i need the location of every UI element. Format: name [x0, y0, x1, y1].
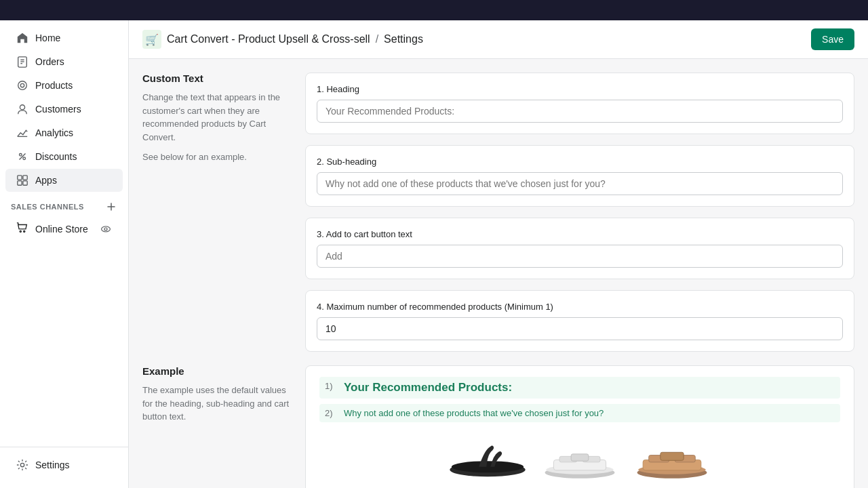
subheading-label: 2. Sub-heading — [317, 157, 843, 167]
settings-icon — [16, 459, 28, 471]
sidebar-bottom: Settings — [0, 447, 128, 483]
svg-point-5 — [20, 83, 24, 87]
example-section: Example The example uses the default val… — [142, 365, 854, 488]
svg-point-16 — [24, 230, 25, 232]
svg-point-17 — [102, 226, 111, 232]
sidebar-item-label: Analytics — [35, 127, 73, 138]
svg-point-18 — [104, 228, 107, 230]
example-subheading-num: 2) — [325, 408, 338, 418]
heading-input[interactable] — [317, 100, 843, 123]
sidebar-item-label: Settings — [35, 460, 70, 470]
sidebar-item-customers[interactable]: Customers — [5, 98, 123, 121]
online-store-label: Online Store — [35, 224, 88, 235]
max-products-card: 4. Maximum number of recommended product… — [305, 290, 854, 352]
shoe-1 — [447, 436, 528, 483]
content-area: Custom Text Change the text that appears… — [129, 59, 868, 488]
sidebar-item-analytics[interactable]: Analytics — [5, 121, 123, 144]
shoe-3 — [631, 436, 713, 483]
sidebar: Home Orders Products Custo — [0, 20, 129, 488]
breadcrumb-separator: / — [376, 33, 378, 45]
max-products-label: 4. Maximum number of recommended product… — [317, 302, 843, 312]
customers-icon — [16, 103, 28, 115]
example-subheading-row: 2) Why not add one of these products tha… — [319, 404, 840, 422]
subheading-card: 2. Sub-heading — [305, 145, 854, 207]
svg-rect-11 — [18, 176, 22, 180]
add-to-cart-input[interactable] — [317, 245, 843, 268]
svg-rect-12 — [23, 176, 27, 180]
home-icon — [16, 32, 28, 44]
svg-rect-27 — [571, 454, 589, 461]
svg-rect-33 — [660, 452, 684, 460]
add-to-cart-card: 3. Add to cart button text — [305, 218, 854, 279]
apps-icon — [16, 174, 28, 186]
breadcrumb-link[interactable]: Cart Convert - Product Upsell & Cross-se… — [167, 33, 370, 45]
example-heading-text: Your Recommended Products: — [344, 381, 512, 394]
example-description: Example The example uses the default val… — [142, 365, 292, 488]
sidebar-item-label: Home — [35, 33, 60, 43]
svg-line-10 — [20, 154, 26, 160]
sidebar-item-label: Products — [35, 80, 73, 91]
top-bar — [0, 0, 868, 20]
svg-point-6 — [20, 105, 24, 110]
analytics-icon — [16, 127, 28, 139]
custom-text-description: Custom Text Change the text that appears… — [142, 73, 292, 352]
online-store-icon — [16, 222, 28, 236]
breadcrumb: Cart Convert - Product Upsell & Cross-se… — [167, 33, 423, 45]
orders-icon — [16, 56, 28, 68]
example-title: Example — [142, 365, 292, 377]
heading-card: 1. Heading — [305, 73, 854, 134]
see-below-text: See below for an example. — [142, 152, 292, 162]
example-preview-card: 1) Your Recommended Products: 2) Why not… — [305, 365, 854, 488]
sidebar-item-orders[interactable]: Orders — [5, 50, 123, 73]
sidebar-item-label: Apps — [35, 175, 57, 186]
svg-rect-13 — [18, 181, 22, 185]
sidebar-item-label: Orders — [35, 56, 64, 67]
save-button[interactable]: Save — [811, 28, 854, 50]
add-to-cart-label: 3. Add to cart button text — [317, 229, 843, 239]
breadcrumb-current: Settings — [384, 33, 423, 45]
sidebar-nav: Home Orders Products Custo — [0, 26, 128, 192]
shoe-2 — [539, 436, 620, 483]
discounts-icon — [16, 150, 28, 163]
svg-point-21 — [452, 461, 524, 472]
custom-text-title: Custom Text — [142, 73, 292, 84]
sidebar-item-products[interactable]: Products — [5, 74, 123, 97]
subheading-input[interactable] — [317, 172, 843, 195]
sidebar-item-settings[interactable]: Settings — [5, 453, 123, 476]
eye-icon[interactable] — [100, 223, 112, 235]
shoes-row — [319, 436, 840, 483]
example-heading-row: 1) Your Recommended Products: — [319, 377, 840, 399]
svg-point-4 — [18, 81, 27, 90]
app-icon: 🛒 — [142, 30, 161, 49]
sidebar-item-label: Customers — [35, 104, 81, 115]
svg-point-15 — [20, 230, 21, 232]
heading-label: 1. Heading — [317, 84, 843, 94]
example-subheading-text: Why not add one of these products that w… — [344, 408, 604, 418]
custom-text-form: 1. Heading 2. Sub-heading 3. Add to cart… — [305, 73, 854, 352]
products-icon — [16, 79, 28, 92]
custom-text-section: Custom Text Change the text that appears… — [142, 73, 854, 352]
custom-text-desc: Change the text that appears in the cust… — [142, 91, 292, 144]
svg-rect-14 — [23, 181, 27, 185]
sidebar-item-discounts[interactable]: Discounts — [5, 145, 123, 168]
sections-container: Custom Text Change the text that appears… — [142, 73, 854, 474]
sidebar-item-online-store[interactable]: Online Store — [5, 216, 123, 241]
sales-channels-label: SALES CHANNELS — [0, 192, 128, 216]
sidebar-item-home[interactable]: Home — [5, 26, 123, 49]
sidebar-item-label: Discounts — [35, 151, 77, 162]
add-sales-channel-icon[interactable] — [105, 201, 117, 213]
sidebar-item-apps[interactable]: Apps — [5, 169, 123, 192]
example-heading-num: 1) — [325, 381, 338, 391]
max-products-input[interactable] — [317, 317, 843, 340]
main-area: 🛒 Cart Convert - Product Upsell & Cross-… — [129, 20, 868, 488]
svg-point-19 — [20, 463, 24, 466]
example-desc: The example uses the default values for … — [142, 384, 292, 424]
svg-point-9 — [23, 157, 26, 160]
page-header: 🛒 Cart Convert - Product Upsell & Cross-… — [129, 20, 868, 59]
svg-point-8 — [20, 154, 22, 157]
